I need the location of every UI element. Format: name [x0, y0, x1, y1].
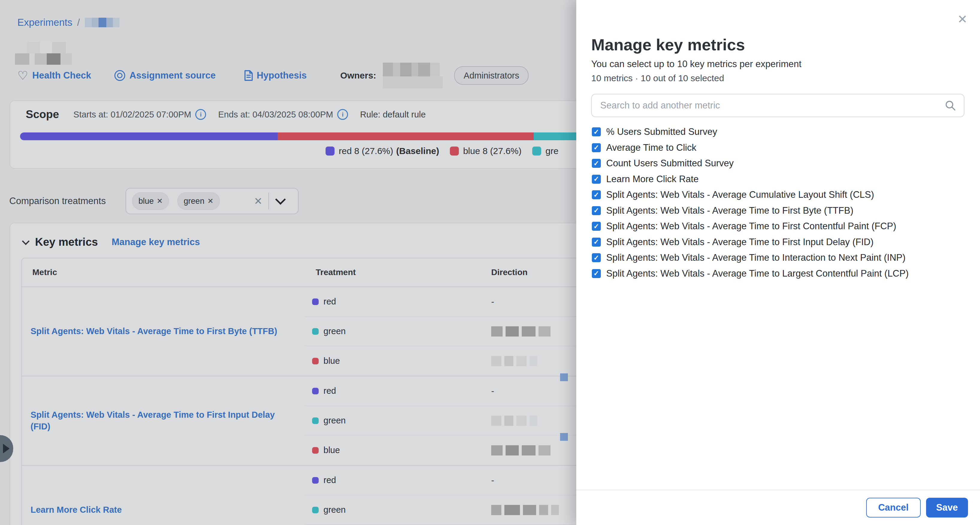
search-icon	[945, 100, 956, 111]
metric-checkbox[interactable]: ✓	[592, 128, 601, 136]
metric-checkbox[interactable]: ✓	[592, 222, 601, 231]
metric-option-label: Learn More Click Rate	[606, 174, 698, 185]
metric-option-row: ✓% Users Submitted Survey	[592, 124, 968, 140]
close-icon[interactable]: ✕	[957, 13, 967, 25]
metric-option-row: ✓Split Agents: Web Vitals - Average Time…	[592, 266, 968, 282]
metric-option-label: Split Agents: Web Vitals - Average Time …	[606, 237, 873, 247]
metric-option-row: ✓Split Agents: Web Vitals - Average Time…	[592, 235, 968, 250]
cancel-button[interactable]: Cancel	[866, 498, 921, 517]
metric-checkbox[interactable]: ✓	[592, 206, 601, 215]
metric-checkbox-list: ✓% Users Submitted Survey✓Average Time t…	[592, 124, 968, 281]
panel-title: Manage key metrics	[591, 35, 745, 54]
metric-search-box	[591, 94, 964, 117]
metric-option-label: Average Time to Click	[606, 142, 696, 153]
metric-checkbox[interactable]: ✓	[592, 159, 601, 168]
metric-option-label: % Users Submitted Survey	[606, 126, 717, 137]
metric-option-row: ✓Average Time to Click	[592, 140, 968, 156]
save-button[interactable]: Save	[926, 498, 968, 517]
metric-checkbox[interactable]: ✓	[592, 175, 601, 184]
metric-option-label: Split Agents: Web Vitals - Average Time …	[606, 268, 909, 279]
metric-option-row: ✓Split Agents: Web Vitals - Average Time…	[592, 219, 968, 235]
metric-checkbox[interactable]: ✓	[592, 238, 601, 247]
metric-option-row: ✓Count Users Submitted Survey	[592, 156, 968, 171]
metric-checkbox[interactable]: ✓	[592, 190, 601, 199]
panel-subtitle: You can select up to 10 key metrics per …	[591, 59, 802, 70]
metric-option-label: Split Agents: Web Vitals - Average Time …	[606, 221, 896, 231]
metric-option-label: Split Agents: Web Vitals - Average Time …	[606, 205, 853, 216]
metric-option-label: Count Users Submitted Survey	[606, 158, 734, 169]
metric-option-row: ✓Split Agents: Web Vitals - Average Time…	[592, 203, 968, 219]
metric-checkbox[interactable]: ✓	[592, 143, 601, 152]
manage-key-metrics-panel: ✕ Manage key metrics You can select up t…	[576, 0, 980, 525]
metric-option-label: Split Agents: Web Vitals - Average Time …	[606, 252, 905, 263]
metrics-count-text: 10 metrics · 10 out of 10 selected	[591, 73, 724, 83]
metric-option-row: ✓Split Agents: Web Vitals - Average Time…	[592, 250, 968, 266]
metric-option-label: Split Agents: Web Vitals - Average Cumul…	[606, 189, 874, 200]
metric-option-row: ✓Learn More Click Rate	[592, 171, 968, 187]
metric-checkbox[interactable]: ✓	[592, 269, 601, 278]
screen: Experiments /	[0, 0, 980, 525]
metric-option-row: ✓Split Agents: Web Vitals - Average Cumu…	[592, 187, 968, 203]
panel-footer: Cancel Save	[576, 490, 980, 525]
metric-search-input[interactable]	[600, 100, 945, 111]
metric-checkbox[interactable]: ✓	[592, 253, 601, 262]
